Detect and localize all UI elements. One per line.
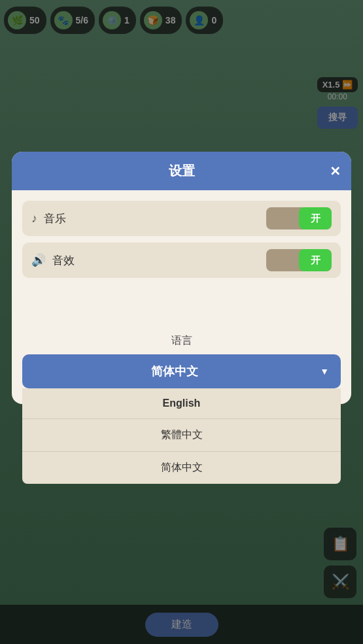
music-setting-row: ♪ 音乐 开 xyxy=(22,201,341,236)
sound-toggle[interactable]: 开 xyxy=(266,249,332,271)
dialog-header: 设置 ✕ xyxy=(12,152,351,190)
dialog-title: 设置 xyxy=(169,162,195,180)
settings-body: ♪ 音乐 开 🔊 音效 开 xyxy=(12,190,351,290)
sound-toggle-on-label: 开 xyxy=(299,249,332,271)
music-toggle[interactable]: 开 xyxy=(266,207,332,229)
sound-label: 音效 xyxy=(52,253,266,268)
language-section-label: 语言 xyxy=(22,334,341,348)
chevron-down-icon: ▼ xyxy=(320,366,329,377)
language-section: 语言 简体中文 ▼ English 繁體中文 简体中文 xyxy=(12,329,351,388)
sound-icon: 🔊 xyxy=(31,253,46,267)
language-option-simplified-chinese[interactable]: 简体中文 xyxy=(22,452,341,484)
music-icon: ♪ xyxy=(31,212,37,226)
language-option-traditional-chinese[interactable]: 繁體中文 xyxy=(22,419,341,452)
language-dropdown: English 繁體中文 简体中文 xyxy=(22,388,341,484)
music-label: 音乐 xyxy=(44,211,266,226)
language-option-english[interactable]: English xyxy=(22,388,341,419)
sound-setting-row: 🔊 音效 开 xyxy=(22,243,341,278)
selected-language-text: 简体中文 xyxy=(34,364,315,379)
music-toggle-on-label: 开 xyxy=(299,207,332,229)
language-selector-button[interactable]: 简体中文 ▼ xyxy=(22,354,341,388)
close-button[interactable]: ✕ xyxy=(330,165,341,178)
dialog-spacer xyxy=(12,290,351,329)
settings-dialog: 设置 ✕ ♪ 音乐 开 🔊 音效 开 语言 简体中文 ▼ xyxy=(12,152,351,404)
